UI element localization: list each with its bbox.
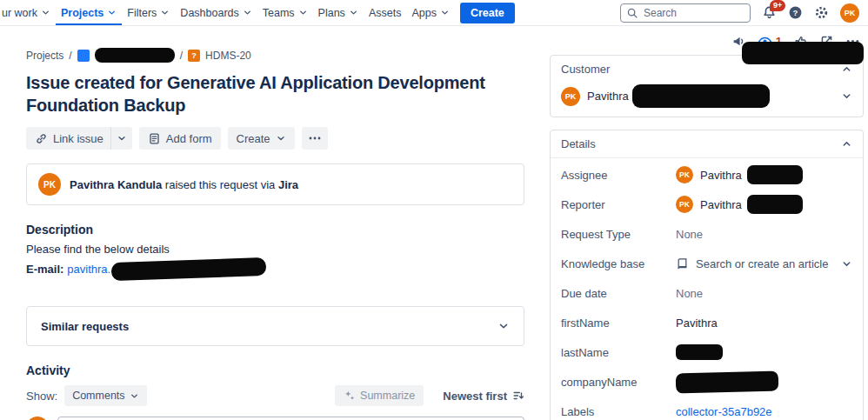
notifications-button[interactable]: 9+ — [762, 5, 777, 20]
link-issue-split-button: Link issue — [26, 127, 132, 150]
details-panel-header[interactable]: Details — [551, 130, 863, 158]
nav-item-filters[interactable]: Filters — [122, 0, 175, 25]
chevron-down-icon — [298, 8, 308, 17]
chevron-down-icon — [107, 8, 117, 17]
breadcrumb-issue-key[interactable]: HDMS-20 — [205, 50, 251, 62]
field-label: firstName — [561, 317, 676, 330]
reporter-name: Pavithra — [700, 198, 742, 211]
activity-filter-row: Show: Comments Summarize Newest first — [26, 385, 524, 406]
redacted-project-name — [95, 48, 175, 63]
search-input[interactable] — [620, 3, 751, 23]
sort-order-button[interactable]: Newest first — [443, 390, 524, 403]
issue-title: Issue created for Generative AI Applicat… — [26, 71, 524, 117]
comments-filter-button[interactable]: Comments — [64, 385, 146, 406]
nav-item-apps[interactable]: Apps — [406, 0, 455, 25]
details-heading: Details — [561, 137, 596, 150]
label-link[interactable]: collector-35a7b92e — [676, 405, 772, 418]
nav-item-your-work[interactable]: ur work — [0, 0, 56, 25]
last-name-value[interactable] — [676, 344, 852, 360]
add-form-button[interactable]: Add form — [139, 127, 221, 150]
sort-icon — [512, 390, 524, 402]
link-icon — [35, 132, 48, 145]
description-line: Please find the below details — [26, 243, 524, 256]
nav-item-label: Plans — [318, 7, 345, 19]
summarize-button[interactable]: Summarize — [335, 385, 424, 406]
customer-selector[interactable]: PK Pavithra — [551, 83, 863, 117]
search-icon — [626, 7, 638, 19]
breadcrumb-separator: / — [69, 50, 71, 62]
first-name-value[interactable]: Pavithra — [676, 317, 852, 330]
field-label: Request Type — [561, 228, 676, 241]
field-label: companyName — [561, 376, 676, 389]
redacted-email — [111, 257, 267, 281]
breadcrumb-separator: / — [180, 50, 183, 62]
request-type-text: None — [676, 228, 703, 241]
field-label: lastName — [561, 346, 676, 359]
field-row-first-name: firstName Pavithra — [561, 308, 852, 337]
comments-filter-label: Comments — [72, 390, 124, 402]
chevron-down-icon — [160, 8, 170, 17]
field-row-reporter: Reporter PK Pavithra — [561, 190, 852, 219]
project-avatar-icon — [77, 50, 90, 62]
svg-text:?: ? — [793, 9, 798, 17]
settings-button[interactable] — [814, 5, 829, 20]
labels-value[interactable]: collector-35a7b92e — [676, 405, 852, 418]
customer-name: Pavithra — [587, 90, 629, 103]
avatar: PK — [38, 173, 61, 196]
question-icon: ? — [788, 5, 803, 20]
chevron-down-icon — [243, 8, 252, 17]
help-button[interactable]: ? — [788, 5, 803, 20]
create-dropdown-button[interactable]: Create — [228, 127, 295, 150]
issue-toolbar: Link issue Add form Create — [26, 127, 524, 150]
knowledge-base-value[interactable]: Search or create an article — [676, 257, 852, 270]
link-issue-dropdown-button[interactable] — [110, 127, 132, 150]
nav-item-teams[interactable]: Teams — [257, 0, 313, 25]
chevron-down-icon — [497, 320, 510, 332]
notification-badge: 9+ — [770, 0, 785, 11]
user-avatar[interactable]: PK — [840, 3, 859, 23]
redacted-customer-name — [632, 84, 770, 108]
assignee-value[interactable]: PK Pavithra — [676, 165, 852, 184]
banner-middle-text: raised this request via — [165, 178, 275, 191]
form-icon — [148, 132, 161, 145]
redacted-last-name — [676, 344, 723, 360]
field-row-assignee: Assignee PK Pavithra — [561, 160, 852, 190]
similar-requests-panel[interactable]: Similar requests — [26, 306, 524, 346]
comment-input[interactable]: @ — [57, 417, 524, 420]
request-type-value[interactable]: None — [676, 228, 852, 241]
request-banner: PK Pavithra Kandula raised this request … — [26, 163, 524, 205]
ellipsis-icon — [308, 131, 322, 145]
nav-item-plans[interactable]: Plans — [313, 0, 364, 25]
reporter-value[interactable]: PK Pavithra — [676, 195, 852, 214]
create-button[interactable]: Create — [460, 3, 515, 23]
link-issue-button[interactable]: Link issue — [26, 127, 110, 150]
field-row-due-date: Due date None — [561, 278, 852, 308]
company-name-value[interactable] — [676, 372, 852, 392]
gear-icon — [814, 5, 829, 20]
email-row: E-mail: pavithra. — [26, 260, 524, 278]
chevron-down-icon — [841, 258, 852, 270]
nav-item-label: Filters — [127, 7, 157, 19]
global-search — [620, 3, 751, 23]
more-actions-button[interactable] — [302, 127, 328, 150]
chevron-down-icon — [349, 8, 358, 17]
nav-item-dashboards[interactable]: Dashboards — [175, 0, 257, 25]
sparkle-icon — [344, 390, 356, 402]
redacted-reporter-surname — [747, 195, 803, 214]
assignee-name: Pavithra — [700, 169, 742, 182]
email-link[interactable]: pavithra. — [67, 263, 110, 276]
nav-item-label: Dashboards — [180, 7, 238, 19]
field-row-company-name: companyName — [561, 367, 852, 397]
breadcrumb-projects-link[interactable]: Projects — [26, 50, 63, 62]
request-type-icon: ? — [188, 50, 200, 62]
due-date-value[interactable]: None — [676, 287, 852, 300]
due-date-text: None — [676, 287, 703, 300]
banner-source: Jira — [278, 178, 298, 191]
similar-requests-label: Similar requests — [41, 320, 129, 333]
field-label: Reporter — [561, 198, 676, 211]
nav-item-label: ur work — [2, 7, 37, 19]
first-name-text: Pavithra — [676, 317, 718, 330]
chevron-down-icon — [440, 8, 450, 17]
nav-item-projects[interactable]: Projects — [56, 0, 122, 25]
nav-item-assets[interactable]: Assets — [364, 0, 407, 25]
